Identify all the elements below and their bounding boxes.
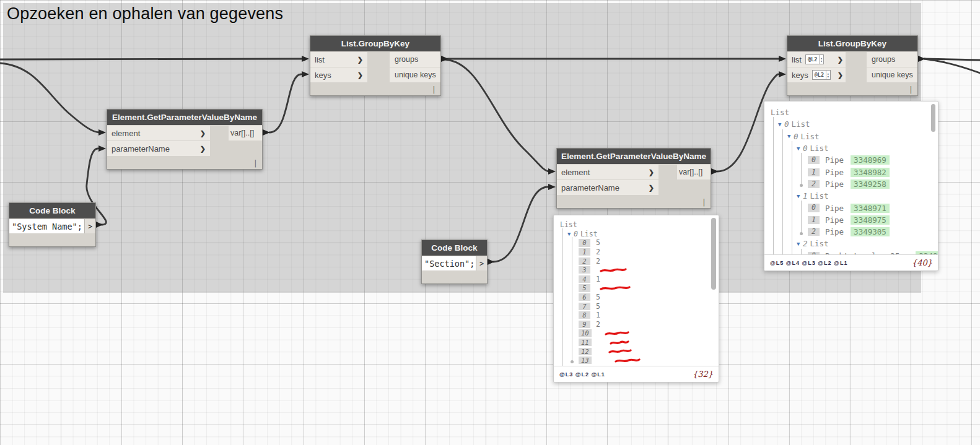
output-port[interactable]: > bbox=[476, 256, 487, 270]
value-highlight: 3348971 bbox=[851, 204, 890, 213]
collapse-triangle-icon[interactable]: ▼ bbox=[787, 133, 794, 139]
node-codeblock-systemname[interactable]: Code Block "System Name"; > bbox=[9, 202, 96, 247]
input-port-element[interactable]: element ❯ bbox=[557, 165, 658, 179]
node-codeblock-section[interactable]: Code Block "Section"; > bbox=[421, 240, 488, 284]
port-arrow bbox=[918, 56, 925, 62]
input-port-parametername[interactable]: parameterName ❯ bbox=[107, 141, 210, 156]
preview-bubble-values[interactable]: List▼0List0512223 415 6575819210 11 12 1… bbox=[553, 215, 719, 382]
spin-down-icon[interactable]: ▾ bbox=[820, 59, 823, 63]
spin-down-icon[interactable]: ▾ bbox=[826, 75, 830, 78]
output-port-uniquekeys[interactable]: unique keys bbox=[867, 67, 917, 82]
preview-list-row: ▼0List bbox=[764, 118, 938, 130]
preview-item-row: 13 bbox=[554, 356, 719, 365]
output-port-var[interactable]: var[]..[] bbox=[677, 165, 711, 179]
value-highlight: 3349258 bbox=[851, 179, 890, 189]
index-badge: 3 bbox=[579, 266, 590, 274]
node-title[interactable]: List.GroupByKey bbox=[310, 36, 440, 51]
preview-tree: List▼0List0512223 415 6575819210 11 12 1… bbox=[554, 220, 719, 366]
preview-item-row: 0Bochtstraal = 25mm33489 bbox=[764, 250, 938, 254]
node-title[interactable]: Code Block bbox=[422, 240, 487, 256]
lacing-indicator[interactable]: | bbox=[253, 159, 258, 168]
chevron-right-icon: ❯ bbox=[354, 71, 363, 79]
value-highlight: 3348982 bbox=[851, 168, 890, 177]
lacing-indicator[interactable]: | bbox=[702, 198, 706, 207]
port-arrow bbox=[263, 129, 270, 136]
lacing-indicator[interactable]: | bbox=[909, 85, 913, 94]
node-list-groupbykey-2[interactable]: List.GroupByKey list @L2 ▴▾ ❯ groups key… bbox=[787, 35, 918, 96]
input-port-keys[interactable]: keys @L2 ▴▾ ❯ bbox=[787, 67, 846, 82]
node-title[interactable]: Code Block bbox=[9, 203, 95, 218]
input-port-list[interactable]: list @L2 ▴▾ ❯ bbox=[787, 52, 846, 67]
collapse-triangle-icon[interactable]: ▼ bbox=[567, 231, 574, 237]
chevron-right-icon: ❯ bbox=[836, 56, 843, 64]
output-port-groups[interactable]: groups bbox=[867, 52, 917, 67]
level-control[interactable]: @L2 ▴▾ bbox=[812, 70, 831, 80]
collapse-triangle-icon[interactable]: ▼ bbox=[797, 241, 803, 247]
port-arrow bbox=[711, 168, 719, 175]
preview-scrollbar[interactable] bbox=[931, 104, 935, 132]
index-badge: 12 bbox=[579, 348, 592, 355]
node-getparametervaluebyname-1[interactable]: Element.GetParameterValueByName element … bbox=[107, 109, 263, 170]
input-port-element[interactable]: element ❯ bbox=[107, 126, 210, 140]
output-port-uniquekeys[interactable]: unique keys bbox=[390, 67, 440, 82]
preview-item-row: 2Pipe3349305 bbox=[764, 226, 938, 238]
wire-in-element bbox=[0, 63, 99, 132]
output-port-groups[interactable]: groups bbox=[390, 52, 440, 67]
input-port-list[interactable]: list ❯ bbox=[310, 52, 367, 67]
level-control[interactable]: @L2 ▴▾ bbox=[805, 54, 824, 64]
preview-item-row: 65 bbox=[554, 293, 719, 302]
value-highlight: 3349305 bbox=[851, 227, 890, 236]
port-arrow bbox=[779, 56, 786, 62]
codeblock-code[interactable]: "Section"; bbox=[422, 256, 476, 270]
port-arrow bbox=[548, 184, 556, 190]
level-tags: @L5 @L4 @L3 @L2 @L1 bbox=[770, 260, 847, 266]
index-badge: 2 bbox=[808, 228, 820, 236]
chevron-right-icon: ❯ bbox=[196, 145, 206, 153]
node-title[interactable]: Element.GetParameterValueByName bbox=[557, 149, 711, 164]
node-title[interactable]: Element.GetParameterValueByName bbox=[107, 110, 262, 125]
preview-item-row: 0Pipe3348969 bbox=[764, 154, 938, 166]
preview-item-row: 11 bbox=[554, 338, 719, 347]
collapse-triangle-icon[interactable]: ▼ bbox=[778, 121, 784, 127]
port-arrow bbox=[488, 259, 494, 265]
tree-guide-line bbox=[572, 237, 572, 361]
node-list-groupbykey-1[interactable]: List.GroupByKey list ❯ groups keys ❯ uni… bbox=[310, 35, 441, 96]
preview-item-row: 12 bbox=[554, 248, 719, 257]
preview-list-row: List bbox=[764, 106, 938, 118]
input-port-keys[interactable]: keys ❯ bbox=[310, 67, 367, 82]
node-getparametervaluebyname-2[interactable]: Element.GetParameterValueByName element … bbox=[556, 148, 711, 209]
wire-out-2 bbox=[924, 59, 980, 73]
port-arrow bbox=[98, 129, 106, 136]
value-highlight: 3348969 bbox=[851, 155, 890, 165]
preview-bubble-groups[interactable]: List▼0List▼0List▼0List0Pipe33489691Pipe3… bbox=[764, 101, 938, 271]
preview-item-row: 92 bbox=[554, 320, 719, 329]
preview-list-row: ▼1List bbox=[764, 190, 938, 202]
input-port-parametername[interactable]: parameterName ❯ bbox=[557, 180, 658, 195]
chevron-right-icon: ❯ bbox=[645, 184, 654, 192]
chevron-right-icon: ❯ bbox=[354, 56, 363, 64]
collapse-triangle-icon[interactable]: ▼ bbox=[797, 145, 803, 152]
level-spinner[interactable]: ▴▾ bbox=[826, 71, 830, 79]
preview-item-row: 05 bbox=[554, 238, 719, 248]
preview-item-row: 81 bbox=[554, 311, 719, 320]
output-port[interactable]: > bbox=[84, 219, 95, 233]
codeblock-code[interactable]: "System Name"; bbox=[9, 219, 84, 233]
node-title[interactable]: List.GroupByKey bbox=[787, 36, 917, 51]
port-arrow bbox=[98, 145, 106, 152]
index-badge: 0 bbox=[808, 156, 820, 164]
preview-item-row: 41 bbox=[554, 275, 719, 284]
port-arrow bbox=[96, 222, 103, 228]
output-port-var[interactable]: var[]..[] bbox=[229, 126, 262, 140]
index-badge: 1 bbox=[579, 248, 590, 256]
tree-guide-line bbox=[773, 117, 774, 254]
preview-scrollbar[interactable] bbox=[711, 218, 716, 290]
tree-guide-line bbox=[792, 141, 792, 254]
redaction-scribble bbox=[615, 357, 641, 364]
level-spinner[interactable]: ▴▾ bbox=[819, 55, 823, 64]
index-badge: 6 bbox=[579, 293, 590, 301]
index-badge: 4 bbox=[579, 275, 590, 283]
lacing-indicator[interactable]: | bbox=[432, 85, 436, 94]
collapse-triangle-icon[interactable]: ▼ bbox=[797, 193, 803, 199]
dynamo-canvas[interactable]: Opzoeken en ophalen van gegevens List.Gr… bbox=[0, 0, 980, 445]
tree-guide-dot bbox=[571, 360, 574, 363]
